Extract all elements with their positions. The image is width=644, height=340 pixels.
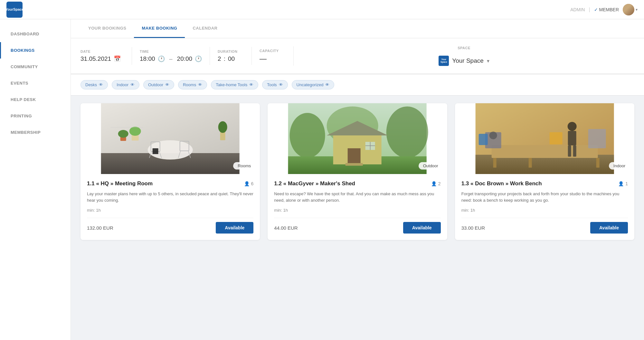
svg-rect-31: [491, 145, 598, 158]
sidebar-item-help-desk[interactable]: HELP DESK: [0, 91, 71, 108]
svg-rect-41: [573, 145, 576, 157]
tab-make-booking[interactable]: MAKE BOOKING: [134, 19, 185, 38]
time-value-row: 18:00 🕐 – 20:00 🕐: [140, 55, 202, 62]
card-footer: 33.00 EUR Available: [461, 218, 628, 234]
card-description: Need to escape? We have the spot for tha…: [274, 191, 440, 203]
category-pill-uncategorized[interactable]: Uncategorized 👁: [292, 80, 335, 89]
app-layout: DASHBOARD BOOKINGS COMMUNITY EVENTS HELP…: [0, 0, 644, 340]
card-body: 1.2 « MacGyver » Maker's Shed 👤 2 Need t…: [268, 174, 447, 240]
clock-end-icon: 🕐: [195, 55, 202, 62]
app-header: YourSpace ADMIN | ✓ MEMBER ▾: [0, 0, 644, 19]
svg-rect-33: [596, 158, 599, 168]
eye-icon: 👁: [165, 82, 169, 87]
category-pill-rooms[interactable]: Rooms 👁: [178, 80, 207, 89]
user-avatar-wrap[interactable]: ▾: [623, 4, 638, 15]
sidebar: DASHBOARD BOOKINGS COMMUNITY EVENTS HELP…: [0, 19, 71, 340]
avatar: [623, 4, 634, 15]
svg-rect-39: [568, 131, 576, 145]
card-macgyver-shed: Outdoor 1.2 « MacGyver » Maker's Shed 👤 …: [268, 103, 447, 240]
space-name: Your Space: [452, 57, 484, 64]
svg-point-11: [118, 130, 128, 138]
card-title-row: 1.1 « HQ » Meeting Room 👤 6: [87, 180, 253, 187]
eye-icon: 👁: [279, 82, 283, 87]
card-description: Forget transporting your projects back a…: [461, 191, 628, 203]
eye-icon: 👁: [130, 82, 135, 87]
sidebar-item-printing[interactable]: PRINTING: [0, 108, 71, 124]
date-text: 31.05.2021: [80, 55, 111, 62]
card-price: 132.00 EUR: [87, 225, 113, 231]
card-doc-brown-bench: Indoor 1.3 « Doc Brown » Work Bench 👤 1 …: [455, 103, 634, 240]
resource-cards-grid: Rooms 1.1 « HQ » Meeting Room 👤 6 Lay yo…: [71, 96, 644, 248]
available-button[interactable]: Available: [403, 222, 441, 234]
sidebar-item-community[interactable]: COMMUNITY: [0, 59, 71, 75]
card-title: 1.3 « Doc Brown » Work Bench: [461, 180, 542, 187]
category-pill-desks[interactable]: Desks 👁: [80, 80, 108, 89]
member-label: ✓ MEMBER: [594, 7, 619, 12]
duration-minutes: 00: [228, 55, 235, 62]
tab-calendar[interactable]: CALENDAR: [185, 19, 225, 38]
time-label: TIME: [140, 50, 202, 53]
time-field[interactable]: TIME 18:00 🕐 – 20:00 🕐: [132, 47, 210, 65]
eye-icon: 👁: [325, 82, 329, 87]
time-start: 18:00: [140, 55, 155, 62]
svg-point-38: [567, 122, 576, 131]
header-right: ADMIN | ✓ MEMBER ▾: [570, 4, 638, 15]
space-label: SPACE: [458, 46, 470, 50]
card-body: 1.1 « HQ » Meeting Room 👤 6 Lay your mas…: [80, 174, 260, 240]
svg-point-19: [386, 106, 428, 158]
category-pill-indoor[interactable]: Indoor 👁: [112, 80, 139, 89]
card-image-wrap: Outdoor: [268, 103, 447, 174]
header-left: YourSpace: [6, 2, 23, 18]
category-filter-bar: Desks 👁 Indoor 👁 Outdoor 👁 Rooms 👁 Take-…: [71, 74, 644, 96]
card-description: Lay your master plans here with up to 5 …: [87, 191, 253, 203]
category-pill-outdoor[interactable]: Outdoor 👁: [143, 80, 174, 89]
capacity-value: —: [260, 55, 267, 63]
admin-label: ADMIN: [570, 7, 585, 12]
person-icon: 👤: [431, 181, 437, 186]
card-title-row: 1.3 « Doc Brown » Work Bench 👤 1: [461, 180, 628, 187]
card-hq-meeting-room: Rooms 1.1 « HQ » Meeting Room 👤 6 Lay yo…: [80, 103, 260, 240]
card-capacity: 👤 6: [244, 181, 254, 186]
time-end: 20:00: [177, 55, 193, 62]
card-capacity: 👤 2: [431, 181, 441, 186]
header-divider: |: [589, 7, 590, 13]
date-field[interactable]: DATE 31.05.2021 📅: [80, 47, 132, 65]
svg-point-36: [489, 132, 497, 139]
card-title: 1.1 « HQ » Meeting Room: [87, 180, 153, 187]
eye-icon: 👁: [99, 82, 103, 87]
card-image-wrap: Indoor: [455, 103, 634, 174]
card-title-row: 1.2 « MacGyver » Maker's Shed 👤 2: [274, 180, 440, 187]
available-button[interactable]: Available: [216, 222, 253, 234]
card-image-wrap: Rooms: [80, 103, 260, 174]
card-badge: Indoor: [609, 162, 630, 170]
sidebar-item-bookings[interactable]: BOOKINGS: [0, 42, 71, 59]
sidebar-item-membership[interactable]: MEMBERSHIP: [0, 124, 71, 141]
sidebar-item-dashboard[interactable]: DASHBOARD: [0, 26, 71, 42]
card-badge: Rooms: [233, 162, 255, 170]
svg-rect-40: [568, 145, 571, 157]
svg-rect-28: [346, 163, 363, 166]
svg-rect-24: [348, 148, 361, 164]
category-pill-take-home-tools[interactable]: Take-home Tools 👁: [211, 80, 258, 89]
tab-your-bookings[interactable]: YOUR BOOKINGS: [80, 19, 134, 38]
eye-icon: 👁: [198, 82, 202, 87]
card-capacity: 👤 1: [618, 181, 628, 186]
app-logo[interactable]: YourSpace: [6, 2, 23, 18]
category-pill-tools[interactable]: Tools 👁: [262, 80, 288, 89]
capacity-field[interactable]: CAPACITY —: [252, 46, 294, 66]
capacity-label: CAPACITY: [260, 49, 286, 53]
duration-value-row: 2 : 00: [218, 55, 244, 62]
space-field[interactable]: SPACE YourSpace Your Space ▾: [294, 43, 634, 69]
duration-hours: 2: [218, 55, 221, 62]
svg-rect-4: [153, 148, 158, 154]
available-button[interactable]: Available: [590, 222, 628, 234]
card-badge: Outdoor: [419, 162, 443, 170]
eye-icon: 👁: [249, 82, 253, 87]
date-label: DATE: [80, 50, 124, 53]
sidebar-item-events[interactable]: EVENTS: [0, 75, 71, 91]
duration-field[interactable]: DURATION 2 : 00: [210, 47, 252, 65]
svg-point-15: [218, 121, 227, 133]
chevron-down-icon: ▾: [636, 7, 638, 12]
svg-point-18: [290, 113, 325, 158]
person-icon: 👤: [244, 181, 250, 186]
